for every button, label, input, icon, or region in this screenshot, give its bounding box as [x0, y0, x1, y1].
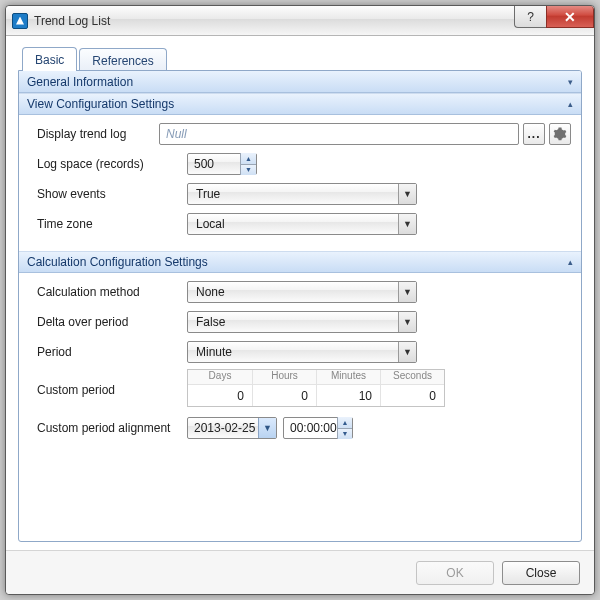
- period-label: Period: [37, 345, 187, 359]
- custom-period-label: Custom period: [37, 369, 187, 397]
- tab-references[interactable]: References: [79, 48, 166, 72]
- spin-up-icon: ▲: [341, 419, 348, 426]
- help-button[interactable]: ?: [514, 6, 546, 28]
- alignment-time-spin: ▲ ▼: [337, 417, 352, 439]
- cp-hours-head: Hours: [253, 370, 316, 384]
- alignment-label: Custom period alignment: [37, 421, 187, 435]
- section-general-title: General Information: [27, 75, 133, 89]
- browse-button[interactable]: ...: [523, 123, 545, 145]
- chevron-up-icon: ▴: [568, 257, 573, 267]
- section-calc-header[interactable]: Calculation Configuration Settings ▴: [19, 251, 581, 273]
- combobox-arrow-icon: ▼: [398, 184, 416, 204]
- section-view-title: View Configuration Settings: [27, 97, 174, 111]
- time-down[interactable]: ▼: [338, 429, 352, 440]
- log-space-value: 500: [194, 157, 240, 171]
- show-events-value: True: [196, 187, 220, 201]
- section-general-header[interactable]: General Information ▾: [19, 71, 581, 93]
- spin-down-icon: ▼: [245, 166, 252, 173]
- tab-references-label: References: [92, 54, 153, 68]
- cp-hours-cell: Hours 0: [252, 370, 316, 406]
- window-title: Trend Log List: [34, 14, 110, 28]
- cp-days-head: Days: [188, 370, 252, 384]
- custom-period-group: Days 0 Hours 0 Minutes 10 Seconds: [187, 369, 445, 407]
- tab-row: Basic References: [18, 44, 582, 70]
- cp-minutes-head: Minutes: [317, 370, 380, 384]
- time-zone-label: Time zone: [37, 217, 187, 231]
- app-icon: [12, 13, 28, 29]
- cp-minutes-value: 10: [359, 389, 372, 403]
- calc-method-combobox[interactable]: None ▼: [187, 281, 417, 303]
- alignment-date-input[interactable]: 2013-02-25 ▼: [187, 417, 277, 439]
- section-calc-body: Calculation method None ▼ Delta over per…: [19, 273, 581, 455]
- cp-seconds-cell: Seconds 0: [380, 370, 444, 406]
- spin-down-icon: ▼: [341, 430, 348, 437]
- window-close-button[interactable]: ✕: [546, 6, 594, 28]
- display-trend-log-value: Null: [166, 127, 187, 141]
- combobox-arrow-icon: ▼: [398, 342, 416, 362]
- chevron-up-icon: ▴: [568, 99, 573, 109]
- tab-basic[interactable]: Basic: [22, 47, 77, 71]
- calc-method-label: Calculation method: [37, 285, 187, 299]
- tab-basic-label: Basic: [35, 53, 64, 67]
- tab-panel: General Information ▾ View Configuration…: [18, 70, 582, 542]
- time-zone-value: Local: [196, 217, 225, 231]
- cp-days-input[interactable]: 0: [188, 384, 252, 406]
- cp-seconds-value: 0: [429, 389, 436, 403]
- log-space-input[interactable]: 500 ▲ ▼: [187, 153, 257, 175]
- gear-icon: [553, 127, 567, 141]
- combobox-arrow-icon: ▼: [398, 282, 416, 302]
- cp-days-cell: Days 0: [188, 370, 252, 406]
- display-trend-log-input[interactable]: Null: [159, 123, 519, 145]
- close-button[interactable]: Close: [502, 561, 580, 585]
- display-trend-log-label: Display trend log: [37, 127, 159, 141]
- calc-method-value: None: [196, 285, 225, 299]
- cp-days-value: 0: [237, 389, 244, 403]
- cp-seconds-input[interactable]: 0: [381, 384, 444, 406]
- help-icon: ?: [527, 10, 534, 24]
- cp-hours-input[interactable]: 0: [253, 384, 316, 406]
- alignment-time-input[interactable]: 00:00:00 ▲ ▼: [283, 417, 353, 439]
- settings-button[interactable]: [549, 123, 571, 145]
- log-space-down[interactable]: ▼: [241, 165, 256, 176]
- spin-up-icon: ▲: [245, 155, 252, 162]
- alignment-date-value: 2013-02-25: [194, 421, 255, 435]
- time-zone-combobox[interactable]: Local ▼: [187, 213, 417, 235]
- ok-label: OK: [446, 566, 463, 580]
- period-value: Minute: [196, 345, 232, 359]
- cp-minutes-input[interactable]: 10: [317, 384, 380, 406]
- combobox-arrow-icon: ▼: [398, 312, 416, 332]
- client-area: Basic References General Information ▾ V…: [6, 36, 594, 550]
- titlebar: Trend Log List ? ✕: [6, 6, 594, 36]
- cp-hours-value: 0: [301, 389, 308, 403]
- show-events-label: Show events: [37, 187, 187, 201]
- close-icon: ✕: [564, 10, 576, 24]
- time-up[interactable]: ▲: [338, 417, 352, 429]
- alignment-time-value: 00:00:00: [290, 421, 337, 435]
- date-dropdown-icon: ▼: [258, 418, 276, 438]
- section-view-body: Display trend log Null ... Log space (re…: [19, 115, 581, 251]
- delta-value: False: [196, 315, 225, 329]
- delta-combobox[interactable]: False ▼: [187, 311, 417, 333]
- period-combobox[interactable]: Minute ▼: [187, 341, 417, 363]
- log-space-spin: ▲ ▼: [240, 153, 256, 175]
- close-label: Close: [526, 566, 557, 580]
- ok-button: OK: [416, 561, 494, 585]
- dialog-footer: OK Close: [6, 550, 594, 594]
- section-view-header[interactable]: View Configuration Settings ▴: [19, 93, 581, 115]
- window-buttons: ? ✕: [514, 6, 594, 28]
- section-calc-title: Calculation Configuration Settings: [27, 255, 208, 269]
- cp-seconds-head: Seconds: [381, 370, 444, 384]
- show-events-combobox[interactable]: True ▼: [187, 183, 417, 205]
- ellipsis-icon: ...: [527, 127, 540, 141]
- dialog-window: Trend Log List ? ✕ Basic References Gene…: [5, 5, 595, 595]
- combobox-arrow-icon: ▼: [398, 214, 416, 234]
- delta-label: Delta over period: [37, 315, 187, 329]
- log-space-up[interactable]: ▲: [241, 153, 256, 165]
- cp-minutes-cell: Minutes 10: [316, 370, 380, 406]
- chevron-down-icon: ▾: [568, 77, 573, 87]
- log-space-label: Log space (records): [37, 157, 187, 171]
